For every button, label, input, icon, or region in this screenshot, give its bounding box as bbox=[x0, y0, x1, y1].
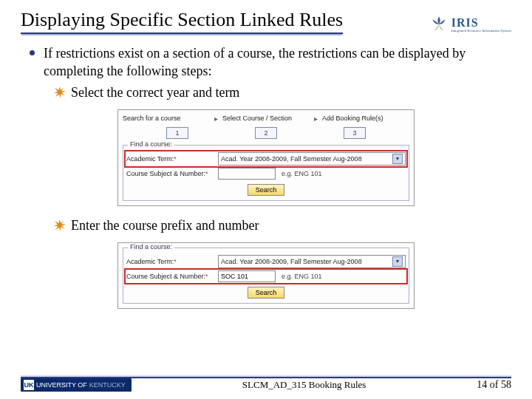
starburst-icon bbox=[53, 86, 66, 99]
uk-square-icon: UK bbox=[24, 380, 34, 390]
select-value: Acad. Year 2008-2009, Fall Semester Aug-… bbox=[221, 258, 362, 265]
academic-term-row: Academic Term: Acad. Year 2008-2009, Fal… bbox=[126, 152, 406, 166]
course-subject-label: Course Subject & Number: bbox=[126, 273, 215, 280]
course-subject-row: Course Subject & Number: e.g. ENG 101 bbox=[126, 168, 406, 180]
page-title: Displaying Specific Section Linked Rules bbox=[21, 9, 343, 34]
step-2-label: Select Course / Section bbox=[222, 115, 310, 122]
course-subject-row: Course Subject & Number: SOC 101 e.g. EN… bbox=[126, 270, 406, 282]
university-logo: UK UNIVERSITY OF KENTUCKY bbox=[21, 378, 132, 392]
logo-tagline: Integrated Resource Information System bbox=[451, 29, 511, 33]
course-subject-input[interactable]: SOC 101 bbox=[218, 270, 276, 282]
bullet-text: If restrictions exist on a section of a … bbox=[44, 44, 502, 81]
footer-center-text: SLCM_AD_315 Booking Rules bbox=[132, 379, 477, 391]
iris-flower-icon bbox=[429, 15, 449, 34]
course-hint: e.g. ENG 101 bbox=[282, 273, 322, 280]
academic-term-label: Academic Term: bbox=[126, 155, 215, 163]
fieldset-legend: Find a course: bbox=[128, 243, 174, 250]
chevron-down-icon: ▾ bbox=[392, 154, 403, 164]
sub-bullet-2: Enter the course prefix and number bbox=[71, 218, 259, 233]
select-value: Acad. Year 2008-2009, Fall Semester Aug-… bbox=[221, 155, 362, 163]
starburst-icon bbox=[53, 219, 66, 232]
step-3-label: Add Booking Rule(s) bbox=[322, 115, 409, 122]
course-subject-label: Course Subject & Number: bbox=[126, 170, 215, 177]
uk-text-bold: UNIVERSITY OF bbox=[36, 381, 87, 389]
chevron-down-icon: ▾ bbox=[392, 256, 403, 267]
step-box-3[interactable]: 3 bbox=[344, 127, 366, 139]
search-panel-2: Find a course: Academic Term: Acad. Year… bbox=[117, 242, 415, 309]
search-button[interactable]: Search bbox=[248, 287, 285, 299]
find-course-fieldset-2: Find a course: Academic Term: Acad. Year… bbox=[123, 248, 409, 304]
arrow-icon: ▸ bbox=[214, 115, 218, 123]
find-course-fieldset: Find a course: Academic Term: Acad. Year… bbox=[123, 145, 409, 201]
step-1-label: Search for a course bbox=[123, 115, 210, 122]
search-button[interactable]: Search bbox=[248, 184, 285, 196]
page-number: 14 of 58 bbox=[477, 379, 511, 391]
bullet-dot bbox=[30, 50, 35, 55]
uk-text-gray: KENTUCKY bbox=[89, 381, 126, 389]
academic-term-select[interactable]: Acad. Year 2008-2009, Fall Semester Aug-… bbox=[218, 152, 406, 166]
logo-name: IRIS bbox=[451, 17, 511, 29]
iris-logo: IRIS Integrated Resource Information Sys… bbox=[429, 15, 511, 34]
course-hint: e.g. ENG 101 bbox=[282, 170, 322, 177]
sub-bullet-1: Select the correct year and term bbox=[71, 85, 239, 100]
arrow-icon: ▸ bbox=[314, 115, 318, 123]
academic-term-row: Academic Term: Acad. Year 2008-2009, Fal… bbox=[126, 255, 406, 268]
course-subject-input[interactable] bbox=[218, 168, 276, 180]
step-box-1[interactable]: 1 bbox=[166, 127, 188, 139]
academic-term-label: Academic Term: bbox=[126, 258, 215, 265]
academic-term-select[interactable]: Acad. Year 2008-2009, Fall Semester Aug-… bbox=[218, 255, 406, 268]
search-panel-1: Search for a course ▸ Select Course / Se… bbox=[117, 109, 415, 206]
footer: UK UNIVERSITY OF KENTUCKY SLCM_AD_315 Bo… bbox=[0, 378, 532, 392]
step-box-2[interactable]: 2 bbox=[255, 127, 277, 139]
fieldset-legend: Find a course: bbox=[128, 140, 174, 148]
